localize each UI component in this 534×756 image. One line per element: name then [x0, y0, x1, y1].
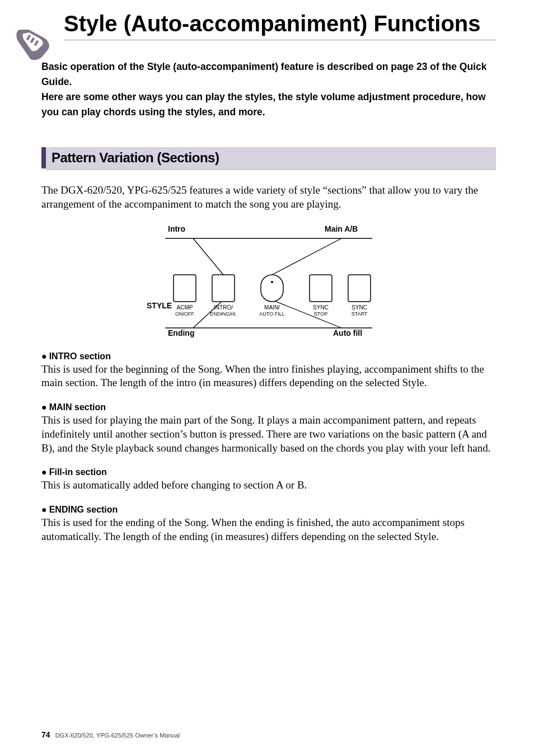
svg-text:START: START — [352, 311, 368, 317]
subsection-ending: ●ENDING section This is used for the end… — [41, 505, 496, 543]
bullet-icon: ● — [41, 467, 47, 477]
reference-label: Reference — [11, 8, 51, 9]
page-footer: 74 DGX-620/520, YPG-625/525 Owner’s Manu… — [41, 730, 180, 739]
section-heading-bar: Pattern Variation (Sections) — [41, 147, 496, 168]
label-intro: Intro — [168, 224, 185, 233]
style-buttons: ACMP ON/OFF INTRO/ ENDING/rit. MAIN/ AUT… — [174, 275, 371, 317]
subhead-title: ENDING section — [49, 505, 118, 514]
style-sections-diagram: Intro Main A/B Ending Auto fill STYLE AC… — [41, 222, 496, 339]
subhead-body: This is used for the beginning of the So… — [41, 363, 496, 390]
svg-rect-20 — [310, 275, 332, 302]
subhead-body: This is used for playing the main part o… — [41, 414, 496, 455]
subsection-intro: ●INTRO section This is used for the begi… — [41, 351, 496, 390]
svg-rect-10 — [174, 275, 196, 302]
bullet-icon: ● — [41, 351, 47, 361]
subhead-body: This is used for the ending of the Song.… — [41, 516, 496, 543]
svg-text:MAIN/: MAIN/ — [264, 304, 280, 311]
label-ending: Ending — [168, 328, 194, 337]
page-title: Style (Auto-accompaniment) Functions — [64, 11, 496, 36]
intro-text: Basic operation of the Style (auto-accom… — [41, 59, 496, 120]
svg-text:AUTO FILL: AUTO FILL — [259, 311, 284, 317]
svg-rect-16 — [261, 275, 283, 302]
svg-line-5 — [193, 238, 223, 275]
label-auto-fill: Auto fill — [333, 328, 362, 337]
bullet-icon: ● — [41, 505, 47, 514]
svg-line-6 — [272, 238, 341, 275]
section-heading: Pattern Variation (Sections) — [51, 150, 490, 166]
reference-badge: Reference — [3, 8, 59, 66]
page-number: 74 — [41, 730, 50, 739]
svg-rect-23 — [348, 275, 371, 302]
label-main-ab: Main A/B — [325, 224, 358, 233]
subhead-title: Fill-in section — [49, 467, 107, 477]
svg-text:SYNC: SYNC — [313, 304, 329, 311]
svg-text:ENDING/rit.: ENDING/rit. — [210, 311, 237, 317]
header-row: Style (Auto-accompaniment) Functions — [64, 11, 496, 40]
svg-text:ON/OFF: ON/OFF — [175, 311, 194, 317]
svg-rect-13 — [212, 275, 235, 302]
svg-text:ACMP: ACMP — [177, 304, 193, 311]
svg-text:INTRO/: INTRO/ — [214, 304, 233, 311]
bullet-icon: ● — [41, 402, 47, 412]
subsection-main: ●MAIN section This is used for playing t… — [41, 402, 496, 455]
subhead-title: MAIN section — [49, 402, 106, 412]
svg-point-17 — [271, 281, 273, 283]
subhead-title: INTRO section — [49, 351, 111, 361]
subsection-fillin: ●Fill-in section This is automatically a… — [41, 467, 496, 492]
svg-text:SYNC: SYNC — [352, 304, 367, 311]
label-style: STYLE — [147, 301, 172, 310]
svg-text:Reference: Reference — [11, 8, 51, 9]
footer-text: DGX-620/520, YPG-625/525 Owner’s Manual — [55, 732, 180, 739]
subhead-body: This is automatically added before chang… — [41, 478, 496, 492]
section-lead-text: The DGX-620/520, YPG-625/525 features a … — [41, 183, 496, 212]
svg-text:STOP: STOP — [314, 311, 327, 317]
